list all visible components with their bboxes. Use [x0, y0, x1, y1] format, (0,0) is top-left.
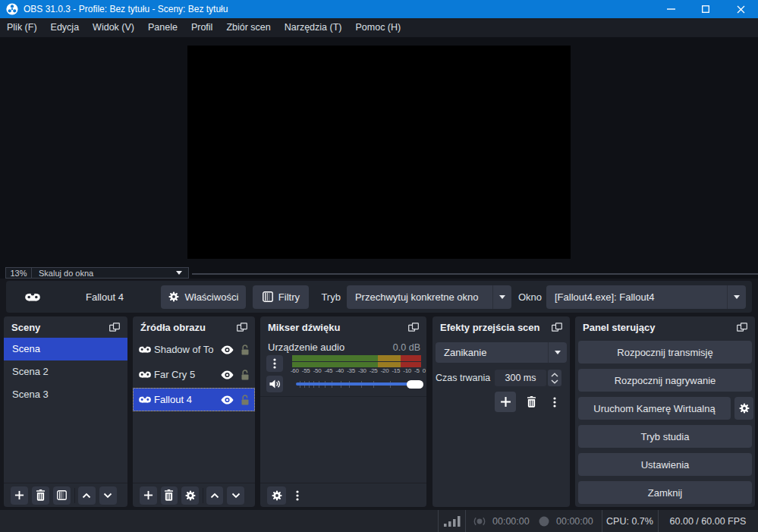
virtual-camera-settings-button[interactable]	[734, 397, 753, 420]
sources-dock-header: Źródła obrazu	[133, 316, 255, 338]
scene-filters-button[interactable]	[53, 486, 71, 505]
duration-input[interactable]: 300 ms	[495, 370, 546, 386]
zoom-select[interactable]: 13% Skaluj do okna	[5, 267, 189, 279]
lock-icon[interactable]	[241, 395, 250, 405]
popout-icon[interactable]	[109, 323, 120, 332]
window-title: OBS 31.0.3 - Profile: Bez tytułu - Sceny…	[24, 4, 228, 14]
source-item[interactable]: Fallout 4	[133, 388, 255, 411]
mixer-settings-button[interactable]	[267, 486, 286, 505]
maximize-button[interactable]	[688, 0, 723, 18]
gamepad-icon	[139, 371, 151, 378]
menu-plik[interactable]: Plik (F)	[0, 18, 44, 37]
spin-down-icon[interactable]	[551, 379, 558, 384]
exit-button[interactable]: Zamknij	[578, 481, 752, 504]
capture-mode-select[interactable]: Przechwytuj konkretne okno	[347, 285, 511, 309]
transitions-dock: Efekty przejścia scen Zanikanie Czas trw…	[432, 316, 570, 507]
scene-item[interactable]: Scena 3	[4, 383, 127, 406]
gamepad-icon	[25, 293, 40, 301]
add-source-button[interactable]	[140, 486, 157, 505]
studio-mode-button[interactable]: Tryb studia	[578, 425, 752, 448]
filters-button[interactable]: Filtry	[253, 285, 309, 309]
record-time-cell: 00:00:00	[531, 510, 593, 532]
source-properties-button[interactable]	[181, 486, 199, 505]
start-virtual-camera-button[interactable]: Uruchom Kamerę Wirtualną	[578, 397, 731, 420]
preview-canvas[interactable]	[187, 46, 571, 259]
controls-dock-header: Panel sterujący	[575, 316, 755, 338]
splitter-handle[interactable]	[192, 273, 758, 275]
scene-up-button[interactable]	[78, 486, 96, 505]
properties-button[interactable]: Właściwości	[161, 285, 246, 309]
volume-slider-handle[interactable]	[407, 380, 423, 389]
volume-meter-bar	[292, 362, 421, 367]
duration-row: Czas trwania 300 ms	[436, 370, 567, 386]
menu-edycja[interactable]: Edycja	[44, 18, 86, 37]
lock-icon[interactable]	[241, 370, 250, 380]
close-button[interactable]	[723, 0, 758, 18]
remove-transition-button[interactable]	[522, 393, 540, 411]
zoom-scale-label: Skaluj do okna	[32, 269, 176, 278]
gamepad-icon	[139, 346, 151, 353]
record-time: 00:00:00	[556, 516, 593, 527]
remove-source-button[interactable]	[161, 486, 178, 505]
mute-button[interactable]	[266, 376, 283, 392]
remove-scene-button[interactable]	[32, 486, 49, 505]
obs-logo-icon	[6, 3, 18, 15]
volume-slider[interactable]	[296, 376, 423, 392]
chevron-down-icon	[176, 271, 182, 275]
stream-time: 00:00:00	[492, 516, 530, 527]
chevron-down-icon	[548, 342, 567, 363]
transition-select[interactable]: Zanikanie	[436, 342, 567, 363]
menu-narzedzia[interactable]: Narzędzia (T)	[278, 18, 349, 37]
source-item[interactable]: Far Cry 5	[133, 363, 255, 386]
mixer-menu-button[interactable]	[290, 486, 305, 505]
popout-icon[interactable]	[552, 323, 562, 332]
start-recording-button[interactable]: Rozpocznij nagrywanie	[578, 369, 752, 392]
mixer-toolbar	[260, 483, 426, 507]
scene-down-button[interactable]	[99, 486, 117, 505]
source-name: Shadow of To	[154, 344, 221, 355]
capture-window-select[interactable]: [Fallout4.exe]: Fallout4	[546, 285, 746, 309]
lock-icon[interactable]	[241, 345, 250, 355]
menu-widok[interactable]: Widok (V)	[86, 18, 141, 37]
sources-dock: Źródła obrazu Shadow of To Far Cry 5 Fal…	[133, 316, 255, 507]
menu-pomoc[interactable]: Pomoc (H)	[348, 18, 407, 37]
popout-icon[interactable]	[737, 323, 747, 332]
status-bar: 00:00:00 00:00:00 CPU: 0.7% 60.00 / 60.0…	[0, 510, 758, 532]
add-transition-button[interactable]	[495, 392, 516, 412]
scene-item[interactable]: Scena 2	[4, 360, 127, 383]
start-streaming-button[interactable]: Rozpocznij transmisję	[578, 341, 752, 364]
obs-window: OBS 31.0.3 - Profile: Bez tytułu - Sceny…	[0, 0, 758, 532]
divider	[203, 488, 203, 503]
menu-panele[interactable]: Panele	[141, 18, 184, 37]
stream-time-cell: 00:00:00	[466, 510, 530, 532]
preview-area	[0, 37, 758, 267]
mixer-channel-menu-button[interactable]	[266, 355, 283, 372]
duration-spinner[interactable]	[548, 370, 561, 386]
transition-value: Zanikanie	[436, 347, 548, 358]
add-scene-button[interactable]	[11, 486, 28, 505]
source-item[interactable]: Shadow of To	[133, 338, 255, 361]
source-down-button[interactable]	[227, 486, 244, 505]
visibility-icon[interactable]	[221, 395, 234, 405]
menu-zbior-scen[interactable]: Zbiór scen	[219, 18, 277, 37]
minimize-button[interactable]	[653, 0, 688, 18]
volume-slider-track	[296, 382, 423, 386]
settings-button[interactable]: Ustawienia	[578, 453, 752, 476]
source-up-button[interactable]	[206, 486, 224, 505]
context-source-name: Fallout 4	[86, 291, 124, 303]
visibility-icon[interactable]	[221, 345, 234, 354]
spin-up-icon[interactable]	[551, 373, 558, 377]
properties-label: Właściwości	[184, 291, 238, 303]
popout-icon[interactable]	[408, 323, 419, 332]
duration-value: 300 ms	[505, 373, 536, 383]
transition-menu-button[interactable]	[549, 393, 560, 411]
popout-icon[interactable]	[237, 323, 247, 332]
audio-mixer-dock: Mikser dźwięku Urządzenie audio 0.0 dB -…	[260, 316, 426, 507]
volume-meter-bar	[292, 355, 421, 361]
menu-profil[interactable]: Profil	[184, 18, 219, 37]
record-icon	[539, 516, 549, 527]
audio-device-label: Urządzenie audio	[268, 342, 393, 353]
transitions-dock-title: Efekty przejścia scen	[440, 322, 540, 333]
scene-item[interactable]: Scena	[4, 338, 127, 360]
visibility-icon[interactable]	[221, 370, 234, 379]
